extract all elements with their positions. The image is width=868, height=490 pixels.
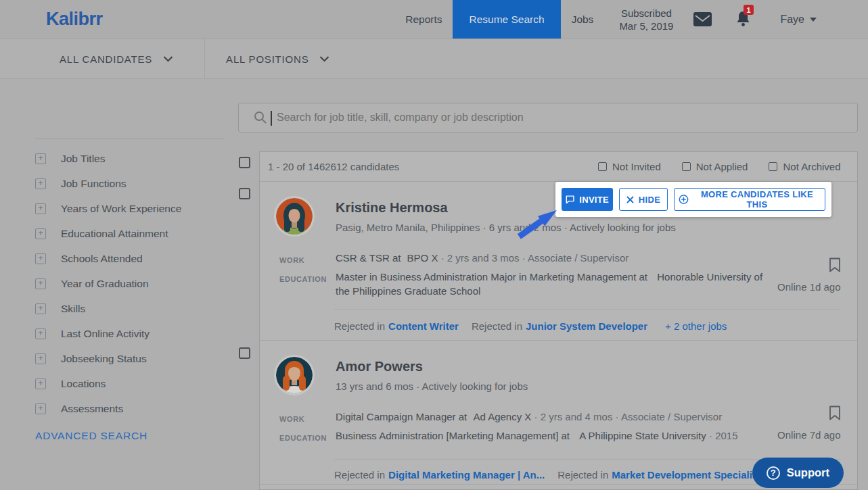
not-applied-filter[interactable]: Not Applied bbox=[682, 161, 748, 172]
card-meta: Online 7d ago bbox=[777, 406, 840, 441]
all-positions-label: ALL POSITIONS bbox=[226, 53, 309, 65]
filter-label: Locations bbox=[61, 378, 106, 390]
mail-icon[interactable] bbox=[693, 12, 712, 26]
rejected-job-link[interactable]: Junior System Developer bbox=[526, 320, 647, 332]
sidebar-filter-jobseeking-status[interactable]: +Jobseeking Status bbox=[35, 346, 224, 371]
work-company[interactable]: BPO X bbox=[407, 252, 438, 264]
work-education-section: WORK CSR & TSR at BPO X · 2 yrs and 3 mo… bbox=[279, 251, 841, 298]
filter-label: Year of Graduation bbox=[61, 278, 149, 290]
plus-icon[interactable]: + bbox=[35, 353, 46, 364]
nav-resume-search[interactable]: Resume Search bbox=[453, 0, 560, 39]
filter-label: Job Functions bbox=[61, 178, 127, 190]
work-meta-text: · 2 yrs and 4 mos · Associate / Supervis… bbox=[534, 411, 723, 422]
candidate-name[interactable]: Amor Powers bbox=[336, 359, 528, 374]
plus-icon[interactable]: + bbox=[35, 178, 46, 189]
not-archived-filter[interactable]: Not Archived bbox=[769, 161, 840, 172]
circle-plus-icon bbox=[679, 194, 689, 205]
education-entry: Master in Business Administration Major … bbox=[336, 270, 772, 298]
work-education-section: WORK Digital Campaign Manager at Ad Agen… bbox=[279, 410, 841, 445]
sidebar-filter-job-functions[interactable]: +Job Functions bbox=[35, 171, 224, 196]
notification-badge: 1 bbox=[744, 5, 753, 15]
plus-icon[interactable]: + bbox=[35, 203, 46, 214]
work-entry: CSR & TSR at BPO X · 2 yrs and 3 mos · A… bbox=[336, 251, 772, 268]
all-positions-dropdown[interactable]: ALL POSITIONS bbox=[205, 39, 357, 78]
sidebar-filter-schools-attended[interactable]: +Schools Attended bbox=[35, 246, 224, 271]
all-candidates-dropdown[interactable]: ALL CANDIDATES bbox=[0, 39, 205, 78]
not-invited-filter[interactable]: Not Invited bbox=[598, 161, 661, 172]
filter-label: Schools Attended bbox=[61, 253, 143, 265]
work-label: WORK bbox=[279, 410, 336, 426]
chevron-down-icon bbox=[810, 18, 817, 22]
sidebar-filter-years-of-work-experience[interactable]: +Years of Work Experience bbox=[35, 196, 224, 221]
plus-icon[interactable]: + bbox=[35, 303, 46, 314]
plus-icon[interactable]: + bbox=[35, 153, 46, 164]
more-candidates-like-this-button[interactable]: MORE CANDIDATES LIKE THIS bbox=[674, 188, 825, 211]
rejection-item: Rejected inMarket Development Specialist bbox=[557, 469, 761, 481]
plus-icon[interactable]: + bbox=[35, 253, 46, 264]
sidebar-filter-last-online-activity[interactable]: +Last Online Activity bbox=[35, 321, 224, 346]
nav-reports[interactable]: Reports bbox=[394, 0, 453, 39]
search-input[interactable] bbox=[275, 111, 848, 124]
rejected-job-link[interactable]: Digital Marketing Manager | An... bbox=[388, 469, 545, 481]
bookmark-icon[interactable] bbox=[829, 258, 841, 275]
rejection-item: Rejected inJunior System Developer bbox=[472, 320, 647, 332]
plus-icon[interactable]: + bbox=[35, 328, 46, 339]
checkbox-icon[interactable] bbox=[682, 162, 691, 171]
nav-jobs[interactable]: Jobs bbox=[561, 0, 605, 39]
user-menu[interactable]: Faye bbox=[780, 14, 817, 26]
advanced-search-link[interactable]: ADVANCED SEARCH bbox=[35, 430, 224, 442]
education-school[interactable]: A Philippine State University bbox=[579, 430, 706, 441]
support-button[interactable]: ? Support bbox=[752, 458, 844, 488]
filter-label: Last Online Activity bbox=[61, 328, 150, 340]
hide-button[interactable]: HIDE bbox=[619, 188, 668, 211]
plus-icon[interactable]: + bbox=[35, 228, 46, 239]
rejections-row: Rejected inContent Writer Rejected inJun… bbox=[334, 309, 841, 343]
candidate-row-checkbox[interactable] bbox=[239, 188, 250, 199]
invite-button[interactable]: INVITE bbox=[562, 188, 613, 211]
bookmark-icon[interactable] bbox=[829, 406, 841, 423]
checkbox-icon[interactable] bbox=[598, 162, 607, 171]
kalibrr-logo[interactable]: Kalibrr bbox=[46, 9, 103, 30]
chevron-down-icon bbox=[319, 56, 329, 62]
rejected-job-link[interactable]: Market Development Specialist bbox=[612, 469, 761, 481]
notifications-bell-icon[interactable]: 1 bbox=[736, 11, 750, 28]
top-nav: Reports Resume Search Jobs Subscribed Ma… bbox=[394, 0, 868, 39]
select-all-checkbox[interactable] bbox=[239, 157, 250, 168]
hide-label: HIDE bbox=[639, 195, 660, 205]
sidebar-filter-job-titles[interactable]: +Job Titles bbox=[35, 146, 224, 171]
plus-icon[interactable]: + bbox=[35, 278, 46, 289]
filter-label: Educational Attainment bbox=[61, 228, 168, 240]
online-status: Online 7d ago bbox=[777, 429, 840, 441]
plus-icon[interactable]: + bbox=[35, 378, 46, 389]
rejected-prefix: Rejected in bbox=[334, 469, 385, 481]
education-label: EDUCATION bbox=[279, 270, 336, 298]
not-invited-label: Not Invited bbox=[612, 161, 661, 172]
candidate-row-checkbox[interactable] bbox=[239, 347, 250, 359]
sidebar-filter-year-of-graduation[interactable]: +Year of Graduation bbox=[35, 271, 224, 296]
support-label: Support bbox=[787, 466, 829, 479]
work-meta: · 2 yrs and 3 mos · Associate / Supervis… bbox=[441, 252, 629, 264]
plus-icon[interactable]: + bbox=[35, 403, 46, 414]
filters-sidebar: +Job Titles +Job Functions +Years of Wor… bbox=[0, 79, 224, 490]
candidate-summary: 13 yrs and 6 mos · Actively looking for … bbox=[336, 381, 528, 392]
rejected-prefix: Rejected in bbox=[334, 320, 385, 332]
results-count: 1 - 20 of 1462612 candidates bbox=[268, 161, 399, 172]
checkbox-icon[interactable] bbox=[769, 162, 777, 171]
work-company[interactable]: Ad Agency X bbox=[473, 411, 531, 422]
candidate-summary: Pasig, Metro Manila, Philippines · 6 yrs… bbox=[336, 222, 676, 233]
rejected-prefix: Rejected in bbox=[557, 469, 608, 481]
text-caret bbox=[271, 111, 272, 126]
more-jobs-link[interactable]: + 2 other jobs bbox=[665, 320, 727, 332]
sidebar-filter-educational-attainment[interactable]: +Educational Attainment bbox=[35, 221, 224, 246]
filter-label: Years of Work Experience bbox=[61, 203, 181, 215]
filter-label: Job Titles bbox=[61, 153, 105, 165]
sidebar-filter-skills[interactable]: +Skills bbox=[35, 296, 224, 321]
rejected-job-link[interactable]: Content Writer bbox=[388, 320, 459, 332]
sidebar-filter-assessments[interactable]: +Assessments bbox=[35, 396, 224, 421]
education-year: · 2015 bbox=[709, 430, 738, 441]
search-bar bbox=[238, 103, 858, 132]
chat-bubble-icon bbox=[566, 195, 574, 204]
filters-list: +Job Titles +Job Functions +Years of Wor… bbox=[35, 146, 224, 421]
user-name: Faye bbox=[780, 14, 804, 26]
sidebar-filter-locations[interactable]: +Locations bbox=[35, 371, 224, 396]
